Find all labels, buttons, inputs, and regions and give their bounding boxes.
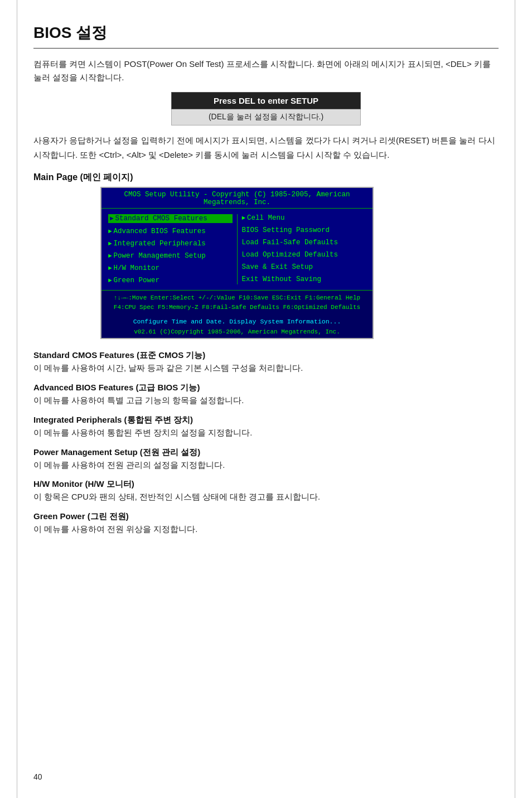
arrow-icon: ► xyxy=(110,215,114,222)
bios-menu-item-bios-password[interactable]: BIOS Setting Password xyxy=(242,226,366,234)
bios-footer-copyright: v02.61 (C)Copyright 1985-2006, American … xyxy=(101,327,373,338)
desc-heading-2: Integrated Peripherals (통합된 주변 장치) xyxy=(33,415,499,425)
bios-menu-item-optimized[interactable]: Load Optimized Defaults xyxy=(242,251,366,259)
bios-menu-item-green[interactable]: ► Green Power xyxy=(108,277,233,284)
bios-menu-item-cell[interactable]: ► Cell Menu xyxy=(242,214,366,222)
arrow-icon: ► xyxy=(108,228,112,235)
desc-heading-3: Power Management Setup (전원 관리 설정) xyxy=(33,447,499,458)
bios-menu-item-standard[interactable]: ► Standard CMOS Features xyxy=(108,214,233,223)
bios-menu-item-power[interactable]: ► Power Management Setup xyxy=(108,252,233,260)
arrow-icon: ► xyxy=(108,265,112,272)
desc-text-2: 이 메뉴를 사용하여 통합된 주변 장치의 설정을 지정합니다. xyxy=(33,427,499,439)
desc-heading-4: H/W Monitor (H/W 모니터) xyxy=(33,479,499,490)
bios-menu-item-integrated[interactable]: ► Integrated Peripherals xyxy=(108,240,233,248)
intro-paragraph-2: 사용자가 응답하거나 설정을 입력하기 전에 메시지가 표시되면, 시스템을 껐… xyxy=(33,133,499,162)
bios-menu-item-save-exit[interactable]: Save & Exit Setup xyxy=(242,263,366,271)
arrow-icon: ► xyxy=(108,277,112,284)
page-number: 40 xyxy=(33,772,42,781)
desc-section-0: Standard CMOS Features (표준 CMOS 기능)이 메뉴를… xyxy=(33,350,499,375)
main-page-heading: Main Page (메인 페이지) xyxy=(33,172,499,183)
desc-section-3: Power Management Setup (전원 관리 설정)이 메뉴를 사… xyxy=(33,447,499,472)
desc-heading-1: Advanced BIOS Features (고급 BIOS 기능) xyxy=(33,383,499,393)
bios-menu-item-hw[interactable]: ► H/W Monitor xyxy=(108,264,233,272)
bios-menu-item-fail-safe[interactable]: Load Fail-Safe Defaults xyxy=(242,239,366,246)
bios-footer-keys: ↑↓→←:Move Enter:Select +/-/:Value F10:Sa… xyxy=(101,290,373,315)
desc-text-4: 이 항목은 CPU와 팬의 상태, 전반적인 시스템 상태에 대한 경고를 표시… xyxy=(33,491,499,504)
press-del-sub: (DEL을 눌러 설정을 시작합니다.) xyxy=(171,109,361,125)
bios-screen: CMOS Setup Utility - Copyright (C) 1985-… xyxy=(100,187,374,339)
title-divider xyxy=(33,48,499,49)
desc-text-1: 이 메뉴를 사용하여 특별 고급 기능의 항목을 설정합니다. xyxy=(33,395,499,407)
bios-screen-title: CMOS Setup Utility - Copyright (C) 1985-… xyxy=(101,188,373,209)
arrow-icon: ► xyxy=(108,253,112,259)
desc-section-2: Integrated Peripherals (통합된 주변 장치)이 메뉴를 … xyxy=(33,415,499,439)
desc-text-3: 이 메뉴를 사용하여 전원 관리의 설정을 지정합니다. xyxy=(33,460,499,472)
bios-footer-info: Configure Time and Date. Display System … xyxy=(101,315,373,327)
desc-section-5: Green Power (그린 전원)이 메뉴를 사용하여 전원 위상을 지정합… xyxy=(33,511,499,536)
desc-text-0: 이 메뉴를 사용하여 시간, 날짜 등과 같은 기본 시스템 구성을 처리합니다… xyxy=(33,362,499,375)
desc-heading-5: Green Power (그린 전원) xyxy=(33,511,499,522)
bios-menu-item-exit-nosave[interactable]: Exit Without Saving xyxy=(242,275,366,283)
descriptions-container: Standard CMOS Features (표준 CMOS 기능)이 메뉴를… xyxy=(33,350,499,536)
desc-heading-0: Standard CMOS Features (표준 CMOS 기능) xyxy=(33,350,499,361)
press-del-box: Press DEL to enter SETUP xyxy=(171,92,361,109)
page-title: BIOS 설정 xyxy=(33,22,499,43)
desc-section-1: Advanced BIOS Features (고급 BIOS 기능)이 메뉴를… xyxy=(33,383,499,407)
bios-col-divider xyxy=(237,214,238,284)
bios-left-menu: ► Standard CMOS Features ► Advanced BIOS… xyxy=(108,214,233,284)
desc-text-5: 이 메뉴를 사용하여 전원 위상을 지정합니다. xyxy=(33,524,499,536)
arrow-icon: ► xyxy=(108,240,112,247)
arrow-icon: ► xyxy=(242,215,246,221)
bios-right-menu: ► Cell Menu BIOS Setting Password Load F… xyxy=(242,214,366,284)
bios-screen-body: ► Standard CMOS Features ► Advanced BIOS… xyxy=(101,209,373,290)
intro-paragraph-1: 컴퓨터를 켜면 시스템이 POST(Power On Self Test) 프로… xyxy=(33,57,499,84)
bios-menu-item-advanced[interactable]: ► Advanced BIOS Features xyxy=(108,228,233,235)
desc-section-4: H/W Monitor (H/W 모니터)이 항목은 CPU와 팬의 상태, 전… xyxy=(33,479,499,504)
